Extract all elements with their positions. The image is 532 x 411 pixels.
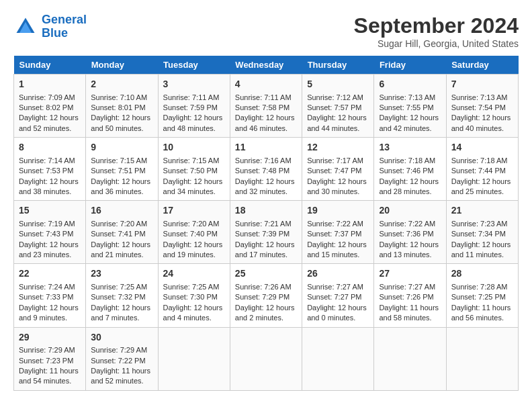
header-sunday: Sunday	[14, 56, 86, 75]
cell-sep-29: 29 Sunrise: 7:29 AMSunset: 7:23 PMDaylig…	[14, 327, 86, 390]
header-wednesday: Wednesday	[230, 56, 302, 75]
cell-sep-7: 7 Sunrise: 7:13 AMSunset: 7:54 PMDayligh…	[446, 75, 518, 138]
cell-sep-19: 19 Sunrise: 7:22 AMSunset: 7:37 PMDaylig…	[302, 201, 374, 264]
cell-sep-9: 9 Sunrise: 7:15 AMSunset: 7:51 PMDayligh…	[86, 138, 158, 201]
week-row-1: 1 Sunrise: 7:09 AMSunset: 8:02 PMDayligh…	[14, 75, 519, 138]
cell-sep-5: 5 Sunrise: 7:12 AMSunset: 7:57 PMDayligh…	[302, 75, 374, 138]
logo-text: General Blue	[42, 13, 87, 40]
cell-empty-2	[230, 327, 302, 390]
cell-sep-17: 17 Sunrise: 7:20 AMSunset: 7:40 PMDaylig…	[158, 201, 230, 264]
week-row-4: 22 Sunrise: 7:24 AMSunset: 7:33 PMDaylig…	[14, 264, 519, 327]
cell-empty-5	[446, 327, 518, 390]
header-monday: Monday	[86, 56, 158, 75]
cell-sep-2: 2 Sunrise: 7:10 AMSunset: 8:01 PMDayligh…	[86, 75, 158, 138]
calendar-table: Sunday Monday Tuesday Wednesday Thursday…	[13, 56, 519, 391]
month-title: September 2024	[354, 13, 519, 38]
cell-empty-4	[374, 327, 446, 390]
cell-sep-18: 18 Sunrise: 7:21 AMSunset: 7:39 PMDaylig…	[230, 201, 302, 264]
cell-sep-20: 20 Sunrise: 7:22 AMSunset: 7:36 PMDaylig…	[374, 201, 446, 264]
cell-sep-23: 23 Sunrise: 7:25 AMSunset: 7:32 PMDaylig…	[86, 264, 158, 327]
cell-sep-26: 26 Sunrise: 7:27 AMSunset: 7:27 PMDaylig…	[302, 264, 374, 327]
cell-sep-15: 15 Sunrise: 7:19 AMSunset: 7:43 PMDaylig…	[14, 201, 86, 264]
cell-sep-24: 24 Sunrise: 7:25 AMSunset: 7:30 PMDaylig…	[158, 264, 230, 327]
page-header: General Blue September 2024 Sugar Hill, …	[13, 13, 519, 49]
cell-sep-6: 6 Sunrise: 7:13 AMSunset: 7:55 PMDayligh…	[374, 75, 446, 138]
header-thursday: Thursday	[302, 56, 374, 75]
cell-sep-21: 21 Sunrise: 7:23 AMSunset: 7:34 PMDaylig…	[446, 201, 518, 264]
logo: General Blue	[13, 13, 87, 40]
cell-sep-16: 16 Sunrise: 7:20 AMSunset: 7:41 PMDaylig…	[86, 201, 158, 264]
cell-sep-22: 22 Sunrise: 7:24 AMSunset: 7:33 PMDaylig…	[14, 264, 86, 327]
week-row-2: 8 Sunrise: 7:14 AMSunset: 7:53 PMDayligh…	[14, 138, 519, 201]
cell-sep-10: 10 Sunrise: 7:15 AMSunset: 7:50 PMDaylig…	[158, 138, 230, 201]
cell-sep-28: 28 Sunrise: 7:28 AMSunset: 7:25 PMDaylig…	[446, 264, 518, 327]
week-row-5: 29 Sunrise: 7:29 AMSunset: 7:23 PMDaylig…	[14, 327, 519, 390]
header-friday: Friday	[374, 56, 446, 75]
title-block: September 2024 Sugar Hill, Georgia, Unit…	[354, 13, 519, 49]
location-title: Sugar Hill, Georgia, United States	[354, 38, 519, 49]
cell-sep-3: 3 Sunrise: 7:11 AMSunset: 7:59 PMDayligh…	[158, 75, 230, 138]
cell-sep-1: 1 Sunrise: 7:09 AMSunset: 8:02 PMDayligh…	[14, 75, 86, 138]
cell-sep-11: 11 Sunrise: 7:16 AMSunset: 7:48 PMDaylig…	[230, 138, 302, 201]
cell-empty-1	[158, 327, 230, 390]
week-row-3: 15 Sunrise: 7:19 AMSunset: 7:43 PMDaylig…	[14, 201, 519, 264]
days-header-row: Sunday Monday Tuesday Wednesday Thursday…	[14, 56, 519, 75]
logo-icon	[13, 15, 38, 39]
cell-sep-25: 25 Sunrise: 7:26 AMSunset: 7:29 PMDaylig…	[230, 264, 302, 327]
cell-sep-12: 12 Sunrise: 7:17 AMSunset: 7:47 PMDaylig…	[302, 138, 374, 201]
cell-sep-30: 30 Sunrise: 7:29 AMSunset: 7:22 PMDaylig…	[86, 327, 158, 390]
cell-sep-14: 14 Sunrise: 7:18 AMSunset: 7:44 PMDaylig…	[446, 138, 518, 201]
cell-sep-27: 27 Sunrise: 7:27 AMSunset: 7:26 PMDaylig…	[374, 264, 446, 327]
header-saturday: Saturday	[446, 56, 518, 75]
cell-empty-3	[302, 327, 374, 390]
cell-sep-4: 4 Sunrise: 7:11 AMSunset: 7:58 PMDayligh…	[230, 75, 302, 138]
cell-sep-8: 8 Sunrise: 7:14 AMSunset: 7:53 PMDayligh…	[14, 138, 86, 201]
header-tuesday: Tuesday	[158, 56, 230, 75]
cell-sep-13: 13 Sunrise: 7:18 AMSunset: 7:46 PMDaylig…	[374, 138, 446, 201]
